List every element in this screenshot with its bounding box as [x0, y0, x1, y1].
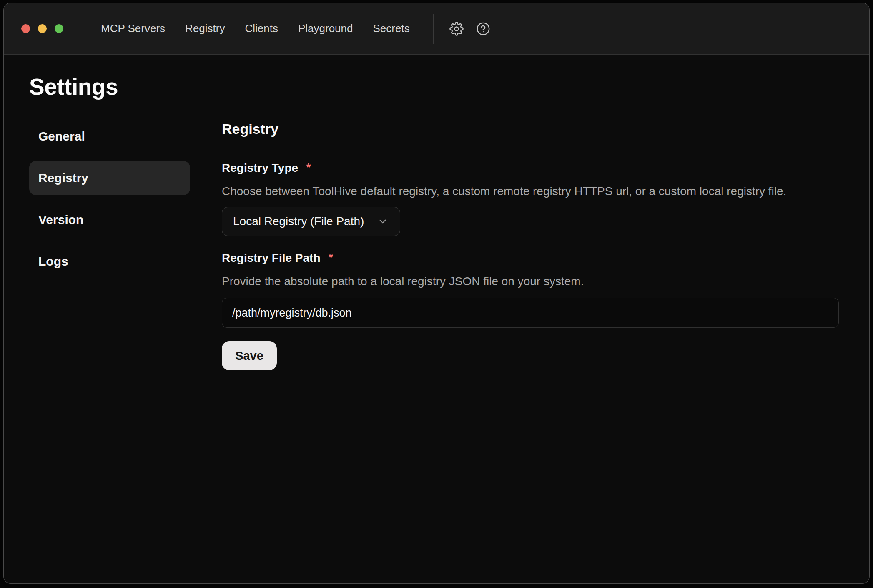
minimize-window-button[interactable]	[38, 24, 47, 33]
titlebar: MCP Servers Registry Clients Playground …	[4, 3, 869, 55]
save-button[interactable]: Save	[222, 341, 277, 370]
chevron-down-icon	[377, 216, 388, 227]
app-window: MCP Servers Registry Clients Playground …	[3, 3, 870, 584]
nav-secrets[interactable]: Secrets	[373, 22, 410, 35]
page-title: Settings	[29, 73, 869, 101]
nav-playground[interactable]: Playground	[298, 22, 353, 35]
section-title: Registry	[222, 120, 840, 138]
registry-file-path-label: Registry File Path *	[222, 251, 840, 265]
sidebar-item-version[interactable]: Version	[29, 203, 190, 237]
sidebar-item-general[interactable]: General	[29, 119, 190, 153]
field-label-text: Registry Type	[222, 161, 298, 175]
registry-file-path-input[interactable]	[222, 298, 839, 328]
sidebar-item-label: Registry	[38, 171, 88, 185]
titlebar-divider	[433, 14, 434, 44]
sidebar-item-label: General	[38, 129, 85, 143]
registry-file-path-field: Registry File Path * Provide the absolut…	[222, 251, 840, 328]
registry-type-select[interactable]: Local Registry (File Path)	[222, 207, 400, 236]
field-label-text: Registry File Path	[222, 251, 321, 265]
settings-sidebar: General Registry Version Logs	[29, 119, 190, 370]
gear-icon[interactable]	[449, 22, 464, 36]
desktop-background: MCP Servers Registry Clients Playground …	[0, 0, 873, 588]
registry-type-description: Choose between ToolHive default registry…	[222, 184, 840, 199]
nav-clients[interactable]: Clients	[245, 22, 278, 35]
help-circle-icon[interactable]	[476, 22, 490, 36]
registry-file-path-description: Provide the absolute path to a local reg…	[222, 274, 840, 289]
sidebar-item-label: Version	[38, 213, 83, 227]
titlebar-icons	[449, 22, 490, 36]
sidebar-item-registry[interactable]: Registry	[29, 161, 190, 195]
select-value: Local Registry (File Path)	[233, 215, 364, 228]
sidebar-item-label: Logs	[38, 254, 68, 269]
settings-page: Settings General Registry Version Logs	[4, 55, 869, 370]
close-window-button[interactable]	[21, 24, 30, 33]
registry-type-field: Registry Type * Choose between ToolHive …	[222, 161, 840, 236]
nav-registry[interactable]: Registry	[185, 22, 225, 35]
top-nav: MCP Servers Registry Clients Playground …	[101, 22, 410, 35]
required-asterisk: *	[306, 160, 311, 174]
nav-mcp-servers[interactable]: MCP Servers	[101, 22, 165, 35]
required-asterisk: *	[329, 250, 333, 264]
sidebar-item-logs[interactable]: Logs	[29, 244, 190, 279]
registry-type-label: Registry Type *	[222, 161, 840, 175]
window-controls	[21, 24, 63, 33]
zoom-window-button[interactable]	[55, 24, 63, 33]
registry-settings-panel: Registry Registry Type * Choose between …	[222, 119, 869, 370]
